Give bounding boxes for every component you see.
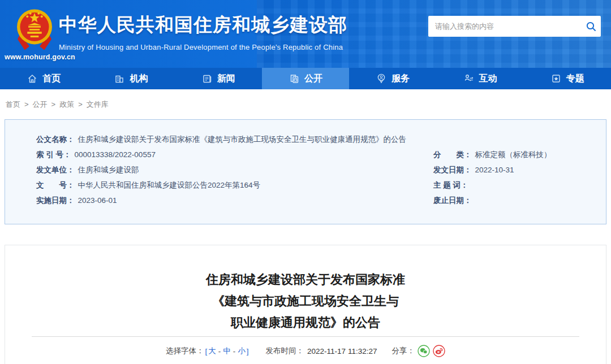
breadcrumb-disclosure[interactable]: 公开 [33,99,48,110]
nav-item-service[interactable]: 服务 [349,68,436,89]
disclosure-icon [289,73,300,84]
article-title-line: 住房和城乡建设部关于发布国家标准 [5,269,606,291]
meta-value: 住房和城乡建设部 [78,165,139,175]
search-box[interactable] [428,16,601,37]
article-meta-bar: 选择字体： [ 大 - 中 - 小 ] 发布时间： 2022-11-17 11:… [5,345,606,357]
wechat-share-button[interactable] [418,345,430,357]
site-url: www.mohurd.gov.cn [5,53,75,61]
nav-item-topics[interactable]: 专题 [524,68,611,89]
meta-label: 实施日期： [36,196,75,206]
bracket-open: [ [205,347,208,356]
nav-label: 服务 [391,73,410,85]
title-divider [32,336,579,337]
meta-value: 2023-06-01 [78,196,117,205]
national-emblem-logo [12,6,57,53]
nav-item-news[interactable]: 新闻 [175,68,262,89]
meta-field-doc-number: 文 号： 中华人民共和国住房和城乡建设部公告2022年第164号 [36,180,433,190]
font-selector-label: 选择字体： [166,346,204,356]
meta-value: 2022-10-31 [475,166,514,174]
publish-time: 发布时间： 2022-11-17 11:32:27 [266,346,377,356]
search-icon[interactable] [582,21,601,32]
breadcrumb-library[interactable]: 文件库 [87,99,109,110]
article-panel: 住房和城乡建设部关于发布国家标准 《建筑与市政施工现场安全卫生与 职业健康通用规… [5,245,606,364]
meta-field-subject-words: 主 题 词： [433,180,472,190]
breadcrumb-home[interactable]: 首页 [6,99,20,110]
interaction-icon [463,73,475,84]
dash-separator: - [233,347,236,356]
publish-time-value: 2022-11-17 11:32:27 [307,347,377,356]
meta-label: 废止日期： [433,196,472,206]
meta-label: 发文单位： [36,165,75,175]
font-size-medium-button[interactable]: 中 [223,346,231,356]
meta-label: 发文日期： [433,165,472,175]
meta-field-implement-date: 实施日期： 2023-06-01 [36,196,433,206]
site-header: www.mohurd.gov.cn 中华人民共和国住房和城乡建设部 Minist… [0,0,611,68]
nav-label: 专题 [566,73,584,85]
share-bar: 分享： [391,345,445,357]
meta-field-category: 分 类： 标准定额（标准科技） [433,150,552,160]
meta-field-abolish-date: 废止日期： [433,196,475,206]
bracket-close: ] [247,347,249,356]
meta-label: 公文名称： [36,135,75,145]
site-subtitle-en: Ministry of Housing and Urban-Rural Deve… [59,43,347,51]
meta-value: 标准定额（标准科技） [475,150,552,160]
meta-value: 中华人民共和国住房和城乡建设部公告2022年第164号 [78,180,261,190]
main-navigation: 首页 机构 新闻 公开 [0,68,611,89]
nav-label: 公开 [304,73,322,85]
breadcrumb-separator: > [78,100,83,109]
news-icon [201,73,213,84]
article-title-line: 《建筑与市政施工现场安全卫生与 [5,291,606,312]
breadcrumb-separator: > [24,100,29,109]
breadcrumb: 首页 > 公开 > 政策 > 文件库 [0,89,611,119]
weibo-share-button[interactable] [433,345,445,357]
font-size-large-button[interactable]: 大 [208,346,216,356]
organization-icon [114,73,125,84]
meta-field-issue-date: 发文日期： 2022-10-31 [433,165,514,175]
breadcrumb-policy[interactable]: 政策 [59,99,74,110]
dash-separator: - [218,347,221,356]
meta-value: 000013338/2022-00557 [75,150,156,159]
topics-icon [550,73,562,84]
share-label: 分享： [391,346,415,356]
nav-label: 机构 [130,73,148,85]
site-title-block: 中华人民共和国住房和城乡建设部 Ministry of Housing and … [59,12,347,51]
nav-label: 首页 [42,73,61,85]
article-title: 住房和城乡建设部关于发布国家标准 《建筑与市政施工现场安全卫生与 职业健康通用规… [5,269,606,333]
article-title-line: 职业健康通用规范》的公告 [5,312,606,333]
meta-value: 住房和城乡建设部关于发布国家标准《建筑与市政施工现场安全卫生与职业健康通用规范》… [78,135,407,145]
search-input[interactable] [428,16,582,37]
nav-label: 互动 [479,73,497,85]
nav-item-home[interactable]: 首页 [0,68,87,89]
breadcrumb-separator: > [51,100,56,109]
home-icon [27,73,38,84]
site-title: 中华人民共和国住房和城乡建设部 [59,12,347,38]
meta-field-doc-name: 公文名称： 住房和城乡建设部关于发布国家标准《建筑与市政施工现场安全卫生与职业健… [36,135,406,145]
meta-label: 分 类： [433,150,472,160]
font-size-selector: 选择字体： [ 大 - 中 - 小 ] [166,346,250,356]
meta-label: 主 题 词： [433,180,468,190]
font-size-small-button[interactable]: 小 [238,346,246,356]
publish-time-label: 发布时间： [266,346,304,356]
meta-field-index-number: 索 引 号： 000013338/2022-00557 [36,150,433,160]
meta-field-issuing-unit: 发文单位： 住房和城乡建设部 [36,165,433,175]
nav-item-disclosure[interactable]: 公开 [262,68,349,89]
nav-item-organization[interactable]: 机构 [87,68,174,89]
service-icon [376,73,387,84]
meta-label: 索 引 号： [36,150,71,160]
document-meta-panel: 公文名称： 住房和城乡建设部关于发布国家标准《建筑与市政施工现场安全卫生与职业健… [5,119,606,224]
nav-label: 新闻 [217,73,235,85]
meta-label: 文 号： [36,180,75,190]
nav-item-interaction[interactable]: 互动 [436,68,523,89]
